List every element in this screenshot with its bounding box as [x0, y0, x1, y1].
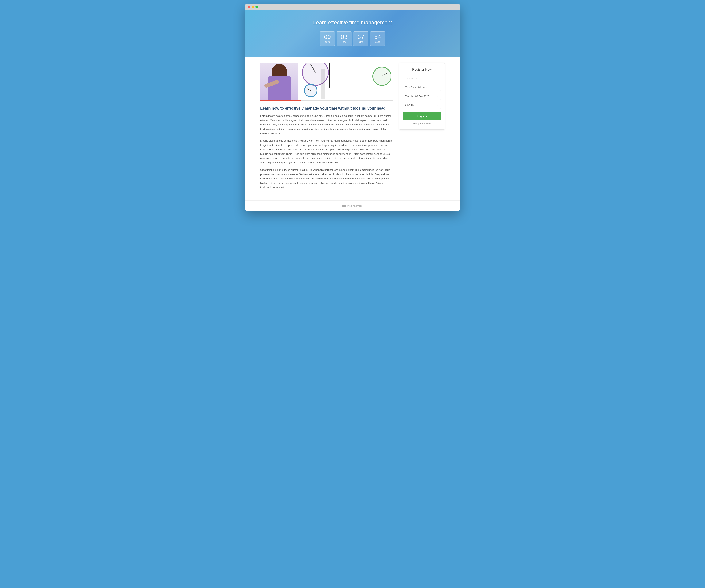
- countdown-secs: 54 secs: [370, 31, 385, 46]
- countdown-hrs-value: 03: [340, 34, 348, 40]
- register-button[interactable]: Register: [403, 112, 441, 120]
- webinarpress-icon: [342, 205, 346, 207]
- video-progress-bar[interactable]: [260, 100, 393, 101]
- body-paragraph-1: Lorem ipsum dolor sit amet, consectetur …: [260, 114, 393, 136]
- video-progress-fill: [260, 100, 300, 101]
- countdown-days-value: 00: [324, 34, 331, 40]
- name-input[interactable]: [403, 75, 441, 82]
- register-card-container: Register Now Tuesday 04 Feb 2020 ▼ 8:00 …: [399, 63, 445, 130]
- date-select-wrapper: Tuesday 04 Feb 2020 ▼: [403, 93, 441, 100]
- countdown-mins-value: 37: [357, 34, 365, 40]
- hero-section: Learn effective time management 00 days …: [245, 10, 460, 57]
- time-select[interactable]: 8:00 PM: [403, 102, 441, 109]
- clocks-image: [298, 63, 393, 101]
- countdown-timer: 00 days 03 hrs 37 mins 54 secs: [249, 31, 456, 46]
- minimize-button[interactable]: [251, 6, 254, 8]
- section-title: Learn how to effectively manage your tim…: [260, 105, 393, 111]
- browser-window: Learn effective time management 00 days …: [245, 4, 460, 211]
- footer: WebinarPress: [245, 200, 460, 211]
- register-title: Register Now: [403, 68, 441, 71]
- close-button[interactable]: [248, 6, 250, 8]
- countdown-mins: 37 mins: [353, 31, 369, 46]
- email-input[interactable]: [403, 84, 441, 91]
- countdown-days: 00 days: [320, 31, 335, 46]
- brand-name: WebinarPress: [347, 204, 362, 207]
- browser-toolbar: [245, 4, 460, 10]
- content-left: Learn how to effectively manage your tim…: [260, 63, 393, 193]
- date-select[interactable]: Tuesday 04 Feb 2020: [403, 93, 441, 100]
- already-registered-link[interactable]: Already Registered?: [403, 122, 441, 125]
- media-container[interactable]: [260, 63, 393, 101]
- hero-title: Learn effective time management: [249, 19, 456, 26]
- time-select-wrapper: 8:00 PM ▼: [403, 102, 441, 109]
- register-card: Register Now Tuesday 04 Feb 2020 ▼ 8:00 …: [399, 63, 445, 130]
- body-paragraph-2: Mauris placerat felis et maximus tincidu…: [260, 139, 393, 165]
- maximize-button[interactable]: [255, 6, 258, 8]
- countdown-hrs: 03 hrs: [336, 31, 352, 46]
- countdown-secs-value: 54: [374, 34, 381, 40]
- countdown-days-label: days: [324, 41, 331, 43]
- video-play-indicator: [299, 100, 301, 101]
- body-paragraph-3: Cras finibus ipsum a lacus auctor tincid…: [260, 168, 393, 190]
- person-image: [260, 63, 298, 101]
- main-content: Learn how to effectively manage your tim…: [245, 57, 460, 200]
- countdown-mins-label: mins: [357, 41, 365, 43]
- countdown-secs-label: secs: [374, 41, 381, 43]
- countdown-hrs-label: hrs: [340, 41, 348, 43]
